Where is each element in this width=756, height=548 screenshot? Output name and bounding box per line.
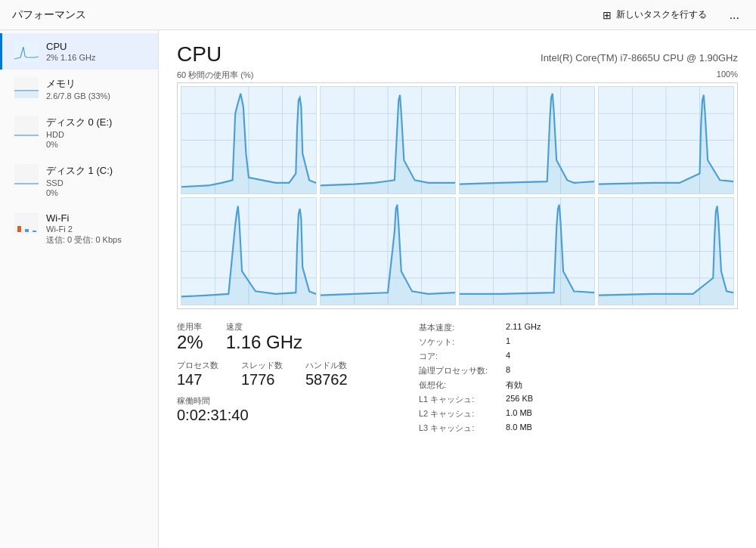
app-window: パフォーマンス ⊞ 新しいタスクを行する ... CPU 2% 1.16 GHz (0, 0, 756, 548)
disk1-sidebar-info: ディスク 1 (C:) SSD 0% (46, 164, 113, 197)
disk0-sidebar-subtitle2: HDD (46, 130, 112, 139)
title-bar-actions: ⊞ 新しいタスクを行する ... (596, 5, 744, 24)
base-speed-label: 基本速度: (419, 321, 488, 334)
disk1-sidebar-subtitle2: SSD (46, 178, 113, 187)
cpu-sidebar-info: CPU 2% 1.16 GHz (46, 41, 95, 62)
graph-label-row: 60 秒間の使用率 (%) 100% (177, 70, 738, 81)
sidebar-item-memory[interactable]: メモリ 2.6/7.8 GB (33%) (0, 70, 158, 108)
cpu-graph-6 (459, 197, 595, 305)
threads-label: スレッド数 (241, 360, 283, 371)
svg-rect-7 (17, 226, 21, 232)
wifi-sidebar-subtitle: 送信: 0 受信: 0 Kbps (46, 234, 122, 246)
usage-group: 使用率 2% (177, 321, 203, 352)
disk0-sidebar-title: ディスク 0 (E:) (46, 116, 112, 129)
title-bar: パフォーマンス ⊞ 新しいタスクを行する ... (0, 0, 756, 30)
panel-header: CPU Intel(R) Core(TM) i7-8665U CPU @ 1.9… (177, 42, 738, 67)
svg-rect-4 (14, 116, 39, 137)
l1-value: 256 KB (506, 393, 541, 406)
memory-mini-graph (14, 77, 39, 98)
cpu-graph-0 (181, 86, 317, 194)
svg-rect-9 (33, 231, 36, 232)
usage-label: 使用率 (177, 321, 203, 333)
memory-sidebar-title: メモリ (46, 77, 110, 91)
new-task-button[interactable]: ⊞ 新しいタスクを行する (596, 5, 713, 24)
disk1-mini-graph (14, 164, 39, 185)
sidebar-item-disk0[interactable]: ディスク 0 (E:) HDD 0% (0, 108, 158, 156)
processes-value: 147 (177, 371, 218, 388)
sidebar-item-wifi[interactable]: Wi-Fi Wi-Fi 2 送信: 0 受信: 0 Kbps (0, 205, 158, 253)
processes-label: プロセス数 (177, 360, 218, 371)
cpu-sidebar-title: CPU (46, 41, 95, 52)
graph-max-label: 100% (717, 70, 738, 81)
processes-threads-row: プロセス数 147 スレッド数 1776 ハンドル数 58762 (177, 360, 389, 388)
speed-value: 1.16 GHz (226, 333, 302, 352)
base-speed-value: 2.11 GHz (506, 321, 541, 334)
memory-sidebar-info: メモリ 2.6/7.8 GB (33%) (46, 77, 110, 101)
new-task-label: 新しいタスクを行する (616, 8, 707, 21)
l1-label: L1 キャッシュ: (419, 393, 488, 406)
new-task-icon: ⊞ (603, 9, 612, 21)
main-panel: CPU Intel(R) Core(TM) i7-8665U CPU @ 1.9… (159, 30, 756, 548)
cpu-sidebar-subtitle: 2% 1.16 GHz (46, 53, 95, 62)
uptime-value: 0:02:31:40 (177, 407, 389, 423)
virtualization-value: 有効 (506, 379, 541, 392)
l3-label: L3 キャッシュ: (419, 422, 488, 435)
svg-rect-3 (14, 91, 39, 98)
svg-rect-5 (14, 164, 39, 185)
stats-left: 使用率 2% 速度 1.16 GHz プロセス数 147 (177, 321, 389, 435)
disk1-sidebar-subtitle: 0% (46, 188, 113, 197)
l3-value: 8.0 MB (506, 422, 541, 435)
cpu-graph-2 (459, 86, 595, 194)
wifi-sidebar-subtitle2: Wi-Fi 2 (46, 224, 122, 234)
processor-name: Intel(R) Core(TM) i7-8665U CPU @ 1.90GHz (541, 52, 738, 63)
handles-group: ハンドル数 58762 (305, 360, 348, 388)
cpu-mini-graph (14, 41, 39, 62)
stats-section: 使用率 2% 速度 1.16 GHz プロセス数 147 (177, 321, 738, 435)
sidebar-item-cpu[interactable]: CPU 2% 1.16 GHz (0, 33, 158, 70)
cores-label: コア: (419, 350, 488, 363)
uptime-label: 稼働時間 (177, 395, 389, 407)
speed-group: 速度 1.16 GHz (226, 321, 302, 352)
logical-label: 論理プロセッサ数: (419, 364, 488, 377)
socket-value: 1 (506, 336, 541, 348)
cpu-graph-5 (320, 197, 456, 305)
virtualization-label: 仮想化: (419, 379, 488, 392)
cpu-graph-4 (181, 197, 317, 305)
usage-speed-row: 使用率 2% 速度 1.16 GHz (177, 321, 389, 352)
sidebar: CPU 2% 1.16 GHz メモリ 2.6/7.8 GB (33%) (0, 30, 159, 548)
logical-value: 8 (506, 364, 541, 377)
disk1-sidebar-title: ディスク 1 (C:) (46, 164, 113, 178)
cores-value: 4 (506, 350, 541, 363)
processes-group: プロセス数 147 (177, 360, 218, 388)
threads-value: 1776 (241, 371, 283, 388)
threads-group: スレッド数 1776 (241, 360, 283, 388)
cpu-graphs-container (177, 82, 738, 309)
l2-label: L2 キャッシュ: (419, 407, 488, 420)
wifi-sidebar-title: Wi-Fi (46, 212, 122, 224)
graph-time-label: 60 秒間の使用率 (%) (177, 70, 253, 81)
wifi-mini-graph (14, 212, 39, 234)
disk0-sidebar-info: ディスク 0 (E:) HDD 0% (46, 116, 112, 149)
stats-right: 基本速度: 2.11 GHz ソケット: 1 コア: 4 論理プロセッサ数: 8… (419, 321, 541, 435)
panel-title: CPU (177, 42, 222, 67)
usage-value: 2% (177, 333, 203, 352)
handles-label: ハンドル数 (305, 360, 348, 371)
uptime-group: 稼働時間 0:02:31:40 (177, 395, 389, 423)
l2-value: 1.0 MB (506, 407, 541, 420)
memory-sidebar-subtitle: 2.6/7.8 GB (33%) (46, 91, 110, 101)
svg-rect-0 (14, 41, 39, 62)
app-title: パフォーマンス (12, 8, 86, 22)
handles-value: 58762 (305, 371, 348, 388)
cpu-graph-1 (320, 86, 456, 194)
speed-label: 速度 (226, 321, 302, 333)
svg-rect-8 (25, 229, 29, 232)
socket-label: ソケット: (419, 336, 488, 348)
disk0-sidebar-subtitle: 0% (46, 140, 112, 149)
cpu-graph-3 (598, 86, 734, 194)
wifi-sidebar-info: Wi-Fi Wi-Fi 2 送信: 0 受信: 0 Kbps (46, 212, 122, 246)
disk0-mini-graph (14, 116, 39, 137)
main-content: CPU 2% 1.16 GHz メモリ 2.6/7.8 GB (33%) (0, 30, 756, 548)
cpu-graph-7 (598, 197, 734, 305)
more-button[interactable]: ... (725, 7, 744, 23)
sidebar-item-disk1[interactable]: ディスク 1 (C:) SSD 0% (0, 156, 158, 205)
